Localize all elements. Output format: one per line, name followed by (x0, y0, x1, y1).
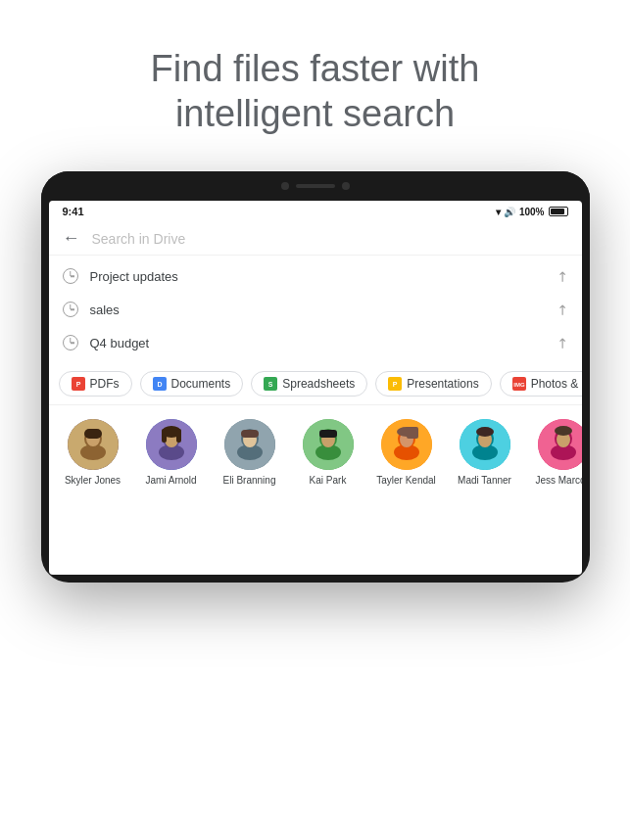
person-name-kai: Kai Park (310, 475, 347, 487)
svg-point-44 (476, 427, 494, 437)
avatar-skyler (68, 419, 119, 470)
avatar-face-jami (146, 419, 197, 470)
suggestion-text-3: Q4 budget (90, 336, 150, 350)
person-kai[interactable]: Kai Park (294, 419, 363, 487)
chip-pdfs-label: PDFs (90, 377, 120, 391)
status-right: ▾ 🔊 100% (496, 207, 567, 217)
pdf-icon: P (72, 377, 85, 391)
sheet-icon: S (264, 377, 277, 391)
device-mockup: 9:41 ▾ 🔊 100% ← Search in Drive (41, 171, 590, 583)
device-frame: 9:41 ▾ 🔊 100% ← Search in Drive (41, 171, 590, 583)
svg-rect-39 (407, 427, 418, 439)
back-button[interactable]: ← (63, 228, 80, 249)
camera-dot (281, 182, 289, 190)
screen: 9:41 ▾ 🔊 100% ← Search in Drive (49, 201, 582, 575)
arrow-icon-1: ↗ (553, 266, 572, 286)
svg-rect-33 (319, 430, 337, 438)
svg-rect-16 (84, 429, 102, 439)
suggestion-item-2[interactable]: sales ↗ (49, 293, 582, 326)
svg-rect-28 (241, 430, 259, 438)
chip-photos[interactable]: IMG Photos & Images (500, 371, 582, 397)
clock-icon-2 (63, 302, 78, 317)
chip-presentations-label: Presentations (407, 377, 478, 391)
arrow-icon-3: ↗ (553, 333, 572, 352)
suggestion-list: Project updates ↗ sales ↗ Q4 budget (49, 256, 582, 363)
person-name-madi: Madi Tanner (458, 475, 511, 487)
status-time: 9:41 (63, 206, 84, 217)
search-input[interactable]: Search in Drive (92, 231, 568, 247)
chips-container[interactable]: P PDFs D Documents S Spread (49, 363, 582, 405)
avatar-kai (303, 419, 354, 470)
chip-documents-label: Documents (171, 377, 231, 391)
people-container[interactable]: Skyler Jones (49, 405, 582, 500)
svg-text:D: D (157, 381, 162, 388)
chip-presentations[interactable]: P Presentations (375, 371, 491, 397)
suggestion-item-3[interactable]: Q4 budget ↗ (49, 326, 582, 359)
wifi-icon: ▾ 🔊 (496, 207, 515, 217)
person-name-skyler: Skyler Jones (65, 475, 121, 487)
svg-point-14 (80, 444, 106, 460)
suggestion-item[interactable]: Project updates ↗ (49, 259, 582, 293)
avatar-face-eli (224, 419, 275, 470)
avatar-face-tayler (381, 419, 432, 470)
doc-icon: D (153, 377, 167, 391)
svg-text:S: S (268, 381, 273, 388)
avatar-face-skyler (68, 419, 119, 470)
avatar-jami (146, 419, 197, 470)
person-madi[interactable]: Madi Tanner (451, 419, 519, 487)
svg-rect-23 (176, 429, 181, 443)
search-bar[interactable]: ← Search in Drive (49, 222, 582, 256)
suggestion-text-2: sales (90, 303, 120, 317)
avatar-tayler (381, 419, 432, 470)
svg-text:P: P (75, 381, 80, 388)
avatar-jess (538, 419, 582, 470)
status-bar: 9:41 ▾ 🔊 100% (49, 201, 582, 222)
avatar-eli (224, 419, 275, 470)
headline-line2: intelligent search (175, 93, 455, 134)
chip-spreadsheets-label: Spreadsheets (282, 377, 355, 391)
clock-icon-1 (63, 268, 78, 284)
person-name-eli: Eli Branning (223, 475, 276, 487)
suggestion-left-3: Q4 budget (63, 335, 150, 350)
avatar-face-kai (303, 419, 354, 470)
svg-rect-22 (162, 429, 167, 443)
headline: Find files faster with intelligent searc… (112, 47, 519, 136)
device-top-bar (41, 171, 590, 201)
battery-icon (549, 207, 568, 216)
camera-dot-2 (342, 182, 350, 190)
avatar-face-madi (460, 419, 510, 470)
arrow-icon-2: ↗ (553, 300, 572, 319)
headline-line1: Find files faster with (151, 48, 480, 89)
person-jami[interactable]: Jami Arnold (137, 419, 206, 487)
person-name-jess: Jess Marcos (535, 475, 581, 487)
person-name-tayler: Tayler Kendal (376, 475, 436, 487)
chip-photos-label: Photos & Images (531, 377, 582, 391)
suggestion-left-2: sales (63, 302, 120, 317)
person-tayler[interactable]: Tayler Kendal (372, 419, 441, 487)
slides-icon: P (388, 377, 402, 391)
clock-icon-3 (63, 335, 78, 350)
chip-spreadsheets[interactable]: S Spreadsheets (251, 371, 367, 397)
chip-documents[interactable]: D Documents (140, 371, 244, 397)
suggestion-text-1: Project updates (90, 269, 178, 284)
avatar-face-jess (538, 419, 582, 470)
suggestion-left-1: Project updates (63, 268, 178, 284)
svg-point-49 (555, 426, 572, 436)
chip-pdfs[interactable]: P PDFs (59, 371, 132, 397)
svg-text:IMG: IMG (513, 382, 525, 388)
person-eli[interactable]: Eli Branning (216, 419, 284, 487)
person-skyler[interactable]: Skyler Jones (59, 419, 127, 487)
avatar-madi (460, 419, 510, 470)
person-name-jami: Jami Arnold (145, 475, 196, 487)
person-jess[interactable]: Jess Marcos (529, 419, 582, 487)
device-speaker (296, 184, 335, 188)
svg-text:P: P (393, 381, 398, 388)
photo-icon: IMG (512, 377, 526, 391)
battery-fill (551, 209, 564, 214)
battery-pct: 100% (519, 207, 545, 217)
